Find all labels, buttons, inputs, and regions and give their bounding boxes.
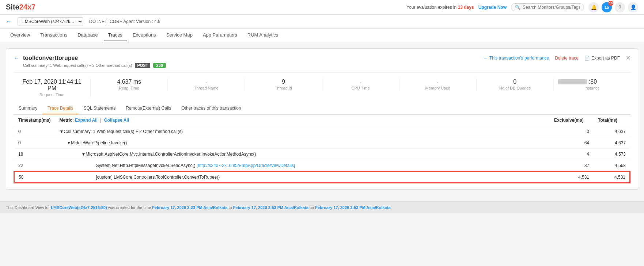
footer-app-name: LMSCoreWeb(s24x7-2k16:80) — [51, 205, 107, 210]
tab-transactions[interactable]: Transactions — [36, 29, 72, 41]
trace-title-left: ← tool/converttorupee — [14, 55, 78, 61]
upgrade-link[interactable]: Upgrade Now — [478, 5, 507, 10]
col-exclusive: Exclusive(ms) — [550, 115, 594, 126]
tab-exceptions[interactable]: Exceptions — [128, 29, 160, 41]
tab-rum-analytics[interactable]: RUM Analytics — [243, 29, 283, 41]
inner-tab-trace-details[interactable]: Trace Details — [42, 103, 78, 114]
stat-db-queries: 0 No.of DB Queries — [477, 79, 554, 90]
performance-link[interactable]: This transaction's performance — [484, 56, 549, 61]
method-badge: POST — [135, 63, 150, 68]
tab-service-map[interactable]: Service Map — [162, 29, 197, 41]
badge: 15 — [608, 1, 613, 6]
tab-traces[interactable]: Traces — [104, 29, 127, 41]
table-row: 0▼Call summary: 1 Web request call(s) + … — [14, 126, 630, 137]
nav-icons: 🔔 15 15 ? 👤 — [588, 2, 638, 12]
eval-text: Your evaluation expires in 13 days — [406, 5, 474, 10]
search-box[interactable]: 🔍 — [511, 3, 584, 11]
tab-app-parameters[interactable]: App Parameters — [198, 29, 242, 41]
status-badge: 200 — [153, 63, 166, 68]
search-icon: 🔍 — [515, 5, 520, 10]
stats-row: Feb 17, 2020 11:44:11 PM Request Time 4,… — [14, 72, 630, 97]
site-logo: Site24x7 — [6, 3, 35, 11]
table-row: 22System.Net.Http.HttpMessageInvoker.Sen… — [14, 160, 630, 172]
help-icon[interactable]: ? — [615, 2, 625, 12]
cell-timestamp: 58 — [14, 171, 55, 183]
cell-metric: System.Net.Http.HttpMessageInvoker.SendA… — [55, 160, 550, 172]
top-nav-right: Your evaluation expires in 13 days Upgra… — [406, 2, 638, 12]
cell-timestamp: 0 — [14, 137, 55, 149]
cell-exclusive: 4,531 — [550, 171, 594, 183]
cell-total: 4,637 — [594, 126, 630, 137]
cell-metric: ▼Microsoft.AspNetCore.Mvc.Internal.Contr… — [55, 149, 550, 160]
table-row: 0▼MiddleWarePipeline.Invoke()644,637 — [14, 137, 630, 149]
top-navbar: Site24x7 Your evaluation expires in 13 d… — [0, 0, 644, 15]
notification-icon[interactable]: 🔔 — [588, 2, 599, 12]
cell-metric: ▼Call summary: 1 Web request call(s) + 2… — [55, 126, 550, 137]
cell-exclusive: 0 — [550, 126, 594, 137]
app-back-button[interactable]: ← — [6, 18, 12, 25]
trace-table: Timestamp(ms) Metric: Expand All | Colla… — [14, 115, 630, 183]
stat-thread-id: 9 Thread Id — [245, 79, 322, 90]
cell-timestamp: 18 — [14, 149, 55, 160]
avatar-icon[interactable]: 👤 — [628, 2, 638, 12]
cell-total: 4,573 — [594, 149, 630, 160]
main-tabs: Overview Transactions Database Traces Ex… — [0, 28, 644, 42]
cell-metric: [custom] LMSCore.Controllers.ToolControl… — [55, 171, 550, 183]
footer: This Dashboard View for LMSCoreWeb(s24x7… — [0, 201, 644, 213]
trace-title-right: This transaction's performance Delete tr… — [484, 54, 630, 61]
export-pdf-button[interactable]: 📄 Export as PDF — [584, 56, 620, 61]
trace-back-button[interactable]: ← — [14, 55, 19, 61]
tab-database[interactable]: Database — [73, 29, 102, 41]
delete-trace-button[interactable]: Delete trace — [555, 56, 579, 61]
collapse-all-button[interactable]: Collapse All — [104, 118, 129, 123]
search-input[interactable] — [523, 5, 580, 10]
col-timestamp: Timestamp(ms) — [14, 115, 55, 126]
footer-text: This Dashboard View for LMSCoreWeb(s24x7… — [6, 205, 392, 210]
stat-thread-name: - Thread Name — [168, 79, 245, 90]
stat-cpu-time: - CPU Time — [322, 79, 399, 90]
pdf-icon: 📄 — [584, 56, 590, 61]
inner-tabs: Summary Trace Details SQL Statements Rem… — [14, 103, 630, 115]
inner-tab-other-traces[interactable]: Other traces of this transaction — [176, 103, 246, 114]
app-select-dropdown[interactable]: LMSCoreWeb (s24x7-2k... — [18, 17, 83, 26]
cell-total: 4,637 — [594, 137, 630, 149]
cell-exclusive: 64 — [550, 137, 594, 149]
footer-on-time: February 17, 2020 3:53 PM Asia/Kolkata — [315, 205, 390, 210]
table-row: 58[custom] LMSCore.Controllers.ToolContr… — [14, 171, 630, 183]
tab-overview[interactable]: Overview — [6, 29, 34, 41]
table-header-row: Timestamp(ms) Metric: Expand All | Colla… — [14, 115, 630, 126]
agent-version: DOTNET_CORE Agent Version : 4.5 — [89, 19, 160, 24]
trace-subtitle: Call summary: 1 Web request call(s) + 2 … — [23, 63, 630, 68]
trace-title-row: ← tool/converttorupee This transaction's… — [14, 54, 630, 61]
footer-from-time: February 17, 2020 3:23 PM Asia/Kolkata — [152, 205, 227, 210]
col-metric: Metric: Expand All | Collapse All — [55, 115, 550, 126]
cell-timestamp: 0 — [14, 126, 55, 137]
col-total: Total(ms) — [594, 115, 630, 126]
trace-header-card: ← tool/converttorupee This transaction's… — [6, 48, 638, 190]
footer-to-time: February 17, 2020 3:53 PM Asia/Kolkata — [233, 205, 308, 210]
main-content: ← tool/converttorupee This transaction's… — [0, 42, 644, 201]
stat-instance: :80 Instance — [554, 79, 630, 90]
separator: | — [100, 118, 101, 123]
table-row: 18▼Microsoft.AspNetCore.Mvc.Internal.Con… — [14, 149, 630, 160]
cell-exclusive: 4 — [550, 149, 594, 160]
inner-tab-sql[interactable]: SQL Statements — [79, 103, 121, 114]
inner-tab-remote-calls[interactable]: Remote(External) Calls — [121, 103, 176, 114]
cell-total: 4,531 — [594, 171, 630, 183]
cell-exclusive: 37 — [550, 160, 594, 172]
app-selector-wrapper: LMSCoreWeb (s24x7-2k... — [18, 17, 83, 26]
stat-request-time: Feb 17, 2020 11:44:11 PM Request Time — [14, 79, 91, 97]
user-count-icon[interactable]: 15 15 — [602, 2, 612, 12]
stat-resp-time: 4,637 ms Resp. Time — [91, 79, 168, 90]
stat-memory-used: - Memory Used — [399, 79, 477, 90]
cell-metric: ▼MiddleWarePipeline.Invoke() — [55, 137, 550, 149]
logo-highlight: 24x7 — [19, 3, 36, 11]
close-button[interactable]: ✕ — [626, 54, 630, 61]
cell-total: 4,568 — [594, 160, 630, 172]
instance-bar — [558, 79, 587, 84]
trace-title: tool/converttorupee — [23, 55, 78, 61]
app-bar: ← LMSCoreWeb (s24x7-2k... DOTNET_CORE Ag… — [0, 15, 644, 28]
expand-all-button[interactable]: Expand All — [75, 118, 98, 123]
inner-tab-summary[interactable]: Summary — [14, 103, 42, 114]
cell-timestamp: 22 — [14, 160, 55, 172]
